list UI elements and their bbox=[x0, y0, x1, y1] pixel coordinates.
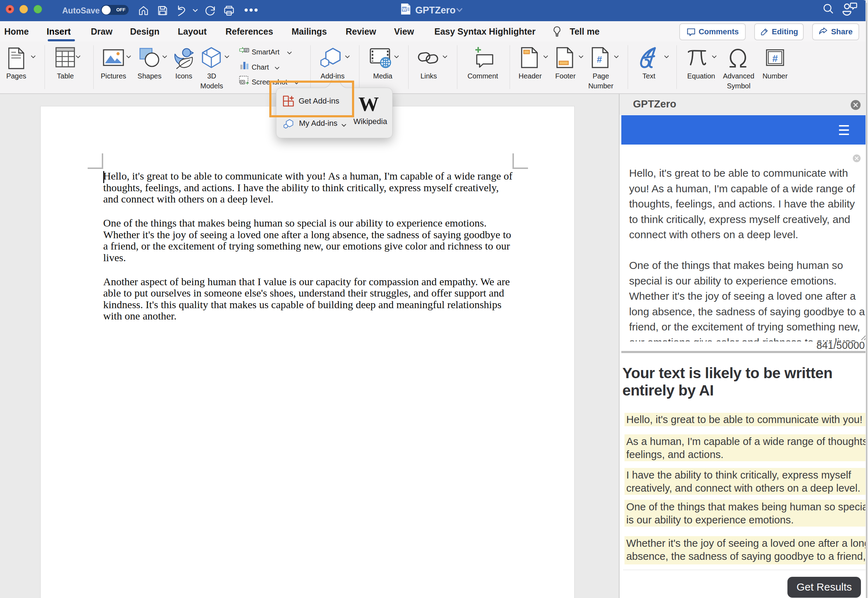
svg-text:#: # bbox=[772, 53, 778, 64]
svg-text:W: W bbox=[402, 7, 406, 12]
svg-text:#: # bbox=[597, 54, 602, 65]
